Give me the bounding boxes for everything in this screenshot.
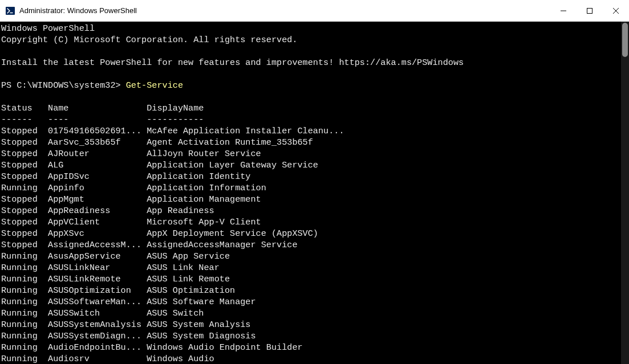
terminal-line: Stopped AppIDSvc Application Identity bbox=[1, 171, 628, 182]
terminal-line: Running ASUSSystemAnalysis ASUS System A… bbox=[1, 319, 628, 330]
terminal-line: ------ ---- ----------- bbox=[1, 114, 628, 125]
terminal-line: PS C:\WINDOWS\system32> Get-Service bbox=[1, 80, 628, 91]
window-controls bbox=[550, 0, 629, 21]
terminal-line: Stopped AssignedAccessM... AssignedAcces… bbox=[1, 239, 628, 251]
titlebar[interactable]: Administrator: Windows PowerShell bbox=[0, 0, 629, 22]
terminal-line: Install the latest PowerShell for new fe… bbox=[1, 57, 628, 68]
scrollbar-thumb[interactable] bbox=[622, 23, 628, 57]
terminal-line: Stopped AppXSvc AppX Deployment Service … bbox=[1, 228, 628, 239]
terminal-output[interactable]: Windows PowerShellCopyright (C) Microsof… bbox=[0, 22, 629, 364]
terminal-line: Windows PowerShell bbox=[1, 23, 628, 34]
terminal-line: Running AudioEndpointBu... Windows Audio… bbox=[1, 342, 628, 353]
terminal-line: Running AsusAppService ASUS App Service bbox=[1, 251, 628, 262]
terminal-line: Running ASUSSystemDiagn... ASUS System D… bbox=[1, 330, 628, 342]
terminal-line: Stopped AppVClient Microsoft App-V Clien… bbox=[1, 216, 628, 228]
terminal-line: Running Audiosrv Windows Audio bbox=[1, 353, 628, 364]
terminal-area[interactable]: Windows PowerShellCopyright (C) Microsof… bbox=[0, 22, 629, 364]
window-title: Administrator: Windows PowerShell bbox=[19, 6, 550, 15]
terminal-line: Running ASUSOptimization ASUS Optimizati… bbox=[1, 285, 628, 296]
terminal-line: Status Name DisplayName bbox=[1, 103, 628, 114]
powershell-icon bbox=[6, 6, 15, 15]
terminal-line bbox=[1, 68, 628, 80]
terminal-line: Stopped ALG Application Layer Gateway Se… bbox=[1, 159, 628, 171]
close-button[interactable] bbox=[603, 0, 629, 21]
terminal-line: Stopped AppMgmt Application Management bbox=[1, 194, 628, 205]
terminal-line: Running ASUSLinkRemote ASUS Link Remote bbox=[1, 273, 628, 285]
terminal-line bbox=[1, 91, 628, 103]
terminal-line: Stopped AppReadiness App Readiness bbox=[1, 205, 628, 216]
svg-rect-0 bbox=[6, 7, 15, 15]
maximize-button[interactable] bbox=[577, 0, 603, 21]
terminal-line: Stopped AarSvc_353b65f Agent Activation … bbox=[1, 137, 628, 148]
svg-rect-3 bbox=[587, 8, 593, 13]
terminal-line: Running ASUSSwitch ASUS Switch bbox=[1, 308, 628, 319]
terminal-line: Running ASUSLinkNear ASUS Link Near bbox=[1, 262, 628, 273]
terminal-line: Copyright (C) Microsoft Corporation. All… bbox=[1, 34, 628, 46]
terminal-line: Stopped AJRouter AllJoyn Router Service bbox=[1, 148, 628, 159]
terminal-line bbox=[1, 46, 628, 57]
scrollbar-track[interactable] bbox=[621, 22, 629, 364]
terminal-line: Running Appinfo Application Information bbox=[1, 182, 628, 194]
minimize-button[interactable] bbox=[550, 0, 577, 21]
terminal-line: Running ASUSSoftwareMan... ASUS Software… bbox=[1, 296, 628, 308]
terminal-line: Stopped 017549166502691... McAfee Applic… bbox=[1, 125, 628, 137]
